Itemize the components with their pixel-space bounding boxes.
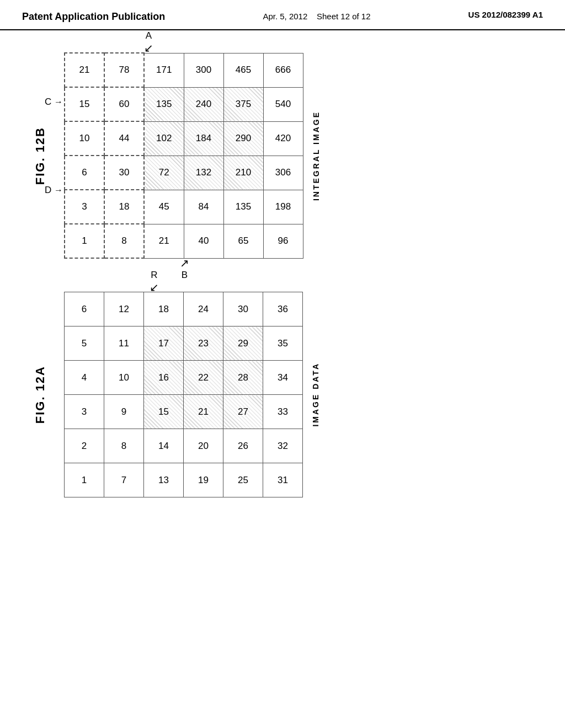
table-cell: 8	[104, 224, 144, 258]
table-cell: 12	[104, 292, 144, 326]
table-cell: 420	[263, 121, 303, 156]
arrow-c: C →	[45, 97, 63, 108]
table-cell: 30	[104, 156, 144, 190]
publication-title: Patent Application Publication	[22, 10, 165, 24]
arrow-b: ↗ B	[180, 256, 189, 281]
table-cell: 10	[65, 121, 104, 156]
table-cell: 22	[184, 361, 223, 395]
table-cell: 33	[263, 395, 303, 429]
table-cell: 78	[104, 53, 144, 87]
table-cell: 30	[223, 292, 263, 326]
integral-image-label: INTEGRAL IMAGE	[312, 111, 321, 201]
fig12a-diagram: R ↙ 612182430365111723293541016222834391…	[64, 292, 303, 497]
table-cell: 15	[144, 395, 184, 429]
table-cell: 18	[144, 292, 184, 326]
table-cell: 300	[184, 53, 223, 87]
table-cell: 666	[263, 53, 303, 87]
fig12b-diagram: A ↙ C → D → 2178171300465666156013524037…	[64, 52, 303, 259]
table-cell: 96	[263, 224, 303, 258]
table-cell: 135	[144, 87, 184, 121]
table-cell: 290	[223, 121, 263, 156]
table-cell: 1	[65, 224, 104, 258]
table-cell: 3	[65, 190, 104, 224]
grid-12b: 2178171300465666156013524037554010441021…	[64, 52, 303, 259]
table-cell: 7	[104, 463, 144, 497]
table-cell: 31	[263, 463, 303, 497]
arrow-r: R ↙	[150, 270, 159, 294]
table-cell: 375	[223, 87, 263, 121]
fig12a-section: FIG. 12A R ↙ 612182430365111723293541016…	[33, 292, 565, 497]
table-cell: 132	[184, 156, 223, 190]
table-cell: 25	[223, 463, 263, 497]
page-header: Patent Application Publication Apr. 5, 2…	[0, 0, 565, 30]
table-cell: 44	[104, 121, 144, 156]
table-cell: 20	[184, 429, 223, 463]
table-cell: 5	[65, 326, 104, 361]
table-cell: 23	[184, 326, 223, 361]
table-cell: 72	[144, 156, 184, 190]
table-cell: 29	[223, 326, 263, 361]
table-cell: 60	[104, 87, 144, 121]
table-cell: 306	[263, 156, 303, 190]
fig12b-section: FIG. 12B A ↙ C → D → 2178171300465666156…	[33, 52, 565, 259]
table-cell: 24	[184, 292, 223, 326]
table-cell: 65	[223, 224, 263, 258]
table-cell: 28	[223, 361, 263, 395]
table-cell: 13	[144, 463, 184, 497]
table-cell: 21	[65, 53, 104, 87]
table-cell: 27	[223, 395, 263, 429]
table-cell: 84	[184, 190, 223, 224]
table-cell: 4	[65, 361, 104, 395]
table-cell: 210	[223, 156, 263, 190]
table-cell: 11	[104, 326, 144, 361]
table-cell: 34	[263, 361, 303, 395]
table-cell: 35	[263, 326, 303, 361]
table-cell: 16	[144, 361, 184, 395]
table-cell: 21	[184, 395, 223, 429]
table-cell: 21	[144, 224, 184, 258]
table-cell: 184	[184, 121, 223, 156]
arrow-a: A ↙	[144, 30, 153, 55]
table-cell: 540	[263, 87, 303, 121]
fig12a-label: FIG. 12A	[33, 366, 47, 424]
table-cell: 32	[263, 429, 303, 463]
table-cell: 26	[223, 429, 263, 463]
table-cell: 19	[184, 463, 223, 497]
table-cell: 1	[65, 463, 104, 497]
table-cell: 9	[104, 395, 144, 429]
date-sheet-info: Apr. 5, 2012 Sheet 12 of 12	[263, 10, 370, 23]
patent-number: US 2012/082399 A1	[468, 10, 543, 19]
arrow-d: D →	[45, 185, 63, 196]
table-cell: 18	[104, 190, 144, 224]
table-cell: 40	[184, 224, 223, 258]
grid-12a: 6121824303651117232935410162228343915212…	[64, 292, 303, 497]
table-cell: 240	[184, 87, 223, 121]
table-cell: 36	[263, 292, 303, 326]
fig12b-label: FIG. 12B	[33, 127, 47, 185]
table-cell: 14	[144, 429, 184, 463]
table-cell: 102	[144, 121, 184, 156]
table-cell: 6	[65, 292, 104, 326]
table-cell: 198	[263, 190, 303, 224]
table-cell: 17	[144, 326, 184, 361]
table-cell: 15	[65, 87, 104, 121]
table-cell: 135	[223, 190, 263, 224]
table-cell: 10	[104, 361, 144, 395]
table-cell: 8	[104, 429, 144, 463]
image-data-label: IMAGE DATA	[311, 362, 320, 427]
table-cell: 3	[65, 395, 104, 429]
table-cell: 171	[144, 53, 184, 87]
table-cell: 2	[65, 429, 104, 463]
table-cell: 45	[144, 190, 184, 224]
table-cell: 6	[65, 156, 104, 190]
table-cell: 465	[223, 53, 263, 87]
